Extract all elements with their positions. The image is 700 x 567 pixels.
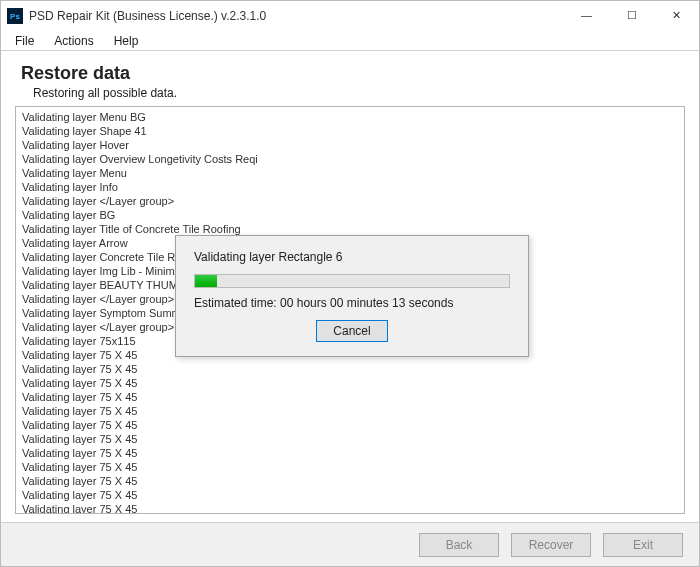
log-line: Validating layer 75 X 45: [22, 446, 678, 460]
back-button[interactable]: Back: [419, 533, 499, 557]
exit-button[interactable]: Exit: [603, 533, 683, 557]
close-button[interactable]: ✕: [654, 1, 699, 29]
log-line: Validating layer 75 X 45: [22, 502, 678, 514]
log-line: Validating layer Shape 41: [22, 124, 678, 138]
log-line: Validating layer 75 X 45: [22, 376, 678, 390]
log-line: Validating layer </Layer group>: [22, 194, 678, 208]
log-line: Validating layer Title of Concrete Tile …: [22, 222, 678, 236]
menu-file[interactable]: File: [7, 32, 42, 50]
title-bar: Ps PSD Repair Kit (Business License.) v.…: [1, 1, 699, 31]
progress-bar: [194, 274, 510, 288]
progress-dialog: Validating layer Rectangle 6 Estimated t…: [175, 235, 529, 357]
log-line: Validating layer 75 X 45: [22, 474, 678, 488]
log-line: Validating layer 75 X 45: [22, 460, 678, 474]
window-title: PSD Repair Kit (Business License.) v.2.3…: [29, 9, 564, 23]
log-line: Validating layer 75 X 45: [22, 404, 678, 418]
menu-bar: File Actions Help: [1, 31, 699, 51]
recover-button[interactable]: Recover: [511, 533, 591, 557]
estimated-time: Estimated time: 00 hours 00 minutes 13 s…: [194, 296, 510, 310]
footer: Back Recover Exit: [1, 522, 699, 566]
log-line: Validating layer Menu: [22, 166, 678, 180]
maximize-button[interactable]: ☐: [609, 1, 654, 29]
progress-message: Validating layer Rectangle 6: [194, 250, 510, 264]
window-controls: — ☐ ✕: [564, 1, 699, 31]
log-line: Validating layer Menu BG: [22, 110, 678, 124]
log-line: Validating layer 75 X 45: [22, 362, 678, 376]
menu-help[interactable]: Help: [106, 32, 147, 50]
minimize-button[interactable]: —: [564, 1, 609, 29]
dialog-button-row: Cancel: [194, 320, 510, 342]
menu-actions[interactable]: Actions: [46, 32, 101, 50]
log-line: Validating layer 75 X 45: [22, 390, 678, 404]
page-title: Restore data: [21, 63, 685, 84]
app-icon: Ps: [7, 8, 23, 24]
log-line: Validating layer Hover: [22, 138, 678, 152]
log-line: Validating layer 75 X 45: [22, 432, 678, 446]
page-subtitle: Restoring all possible data.: [33, 86, 685, 100]
log-line: Validating layer Info: [22, 180, 678, 194]
log-line: Validating layer 75 X 45: [22, 418, 678, 432]
cancel-button[interactable]: Cancel: [316, 320, 388, 342]
progress-fill: [195, 275, 217, 287]
log-line: Validating layer 75 X 45: [22, 488, 678, 502]
log-line: Validating layer BG: [22, 208, 678, 222]
log-line: Validating layer Overview Longetivity Co…: [22, 152, 678, 166]
